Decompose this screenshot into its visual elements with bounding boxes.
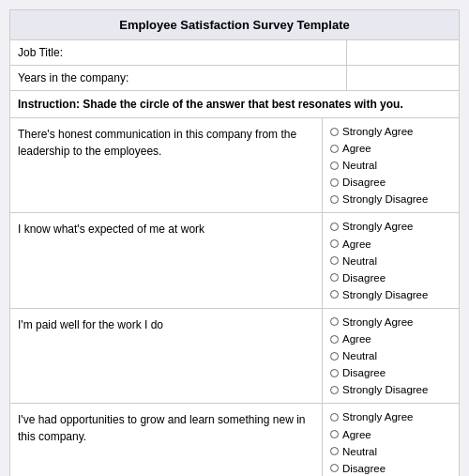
option-item-1-0[interactable]: Strongly Agree: [330, 219, 451, 234]
option-item-0-1[interactable]: Agree: [330, 141, 451, 156]
job-title-value[interactable]: [346, 40, 459, 65]
option-item-3-1[interactable]: Agree: [330, 427, 451, 442]
question-text-0: There's honest communication in this com…: [10, 118, 323, 212]
option-item-1-1[interactable]: Agree: [330, 237, 451, 252]
option-item-1-2[interactable]: Neutral: [330, 253, 451, 269]
option-item-1-3[interactable]: Disagree: [330, 270, 451, 285]
options-col-0: Strongly AgreeAgreeNeutralDisagreeStrong…: [323, 118, 459, 212]
radio-circle-2-4[interactable]: [330, 386, 339, 394]
option-label-0-4: Strongly Disagree: [342, 192, 428, 207]
radio-circle-3-3[interactable]: [330, 464, 339, 472]
radio-circle-0-2[interactable]: [330, 161, 339, 170]
option-item-2-3[interactable]: Disagree: [330, 365, 451, 380]
radio-circle-0-4[interactable]: [330, 195, 339, 204]
option-label-3-1: Agree: [342, 427, 371, 442]
radio-circle-1-2[interactable]: [330, 256, 339, 265]
option-label-2-2: Neutral: [342, 348, 377, 363]
radio-circle-0-0[interactable]: [330, 128, 339, 136]
survey-title: Employee Satisfaction Survey Template: [10, 10, 459, 40]
option-item-1-4[interactable]: Strongly Disagree: [330, 287, 451, 302]
option-item-3-0[interactable]: Strongly Agree: [330, 409, 451, 424]
option-label-0-0: Strongly Agree: [342, 124, 413, 139]
question-row-3: I've had opportunities to grow and learn…: [10, 404, 459, 476]
option-label-3-0: Strongly Agree: [342, 409, 413, 424]
option-label-1-1: Agree: [342, 237, 371, 252]
question-row-1: I know what's expected of me at workStro…: [10, 213, 459, 308]
option-label-1-2: Neutral: [342, 253, 377, 269]
option-label-0-2: Neutral: [342, 158, 377, 173]
radio-circle-1-1[interactable]: [330, 239, 339, 248]
years-row: Years in the company:: [10, 66, 459, 91]
option-label-2-4: Strongly Disagree: [342, 382, 428, 397]
radio-circle-0-3[interactable]: [330, 178, 339, 187]
option-label-3-2: Neutral: [342, 444, 377, 459]
options-col-3: Strongly AgreeAgreeNeutralDisagreeStrong…: [323, 404, 459, 476]
radio-circle-3-2[interactable]: [330, 447, 339, 455]
questions-container: There's honest communication in this com…: [10, 118, 459, 476]
option-label-2-0: Strongly Agree: [342, 315, 413, 330]
option-label-1-3: Disagree: [342, 270, 386, 285]
option-item-0-2[interactable]: Neutral: [330, 158, 451, 173]
option-item-2-4[interactable]: Strongly Disagree: [330, 382, 451, 397]
option-label-3-3: Disagree: [342, 461, 386, 476]
option-item-0-0[interactable]: Strongly Agree: [330, 124, 451, 139]
option-label-0-1: Agree: [342, 141, 371, 156]
years-label: Years in the company:: [10, 66, 346, 90]
instruction: Instruction: Shade the circle of the ans…: [10, 91, 459, 118]
options-col-1: Strongly AgreeAgreeNeutralDisagreeStrong…: [323, 213, 459, 307]
option-label-2-3: Disagree: [342, 365, 386, 380]
option-item-0-3[interactable]: Disagree: [330, 175, 451, 190]
option-item-3-3[interactable]: Disagree: [330, 461, 451, 476]
question-row-2: I'm paid well for the work I doStrongly …: [10, 309, 459, 404]
radio-circle-2-1[interactable]: [330, 335, 339, 344]
option-item-2-1[interactable]: Agree: [330, 331, 451, 346]
radio-circle-2-2[interactable]: [330, 352, 339, 361]
radio-circle-1-3[interactable]: [330, 273, 339, 282]
job-title-label: Job Title:: [10, 40, 346, 65]
radio-circle-1-4[interactable]: [330, 290, 339, 299]
question-text-2: I'm paid well for the work I do: [10, 309, 323, 403]
radio-circle-3-1[interactable]: [330, 430, 339, 438]
options-col-2: Strongly AgreeAgreeNeutralDisagreeStrong…: [323, 309, 459, 403]
question-row-0: There's honest communication in this com…: [10, 118, 459, 213]
option-item-3-2[interactable]: Neutral: [330, 444, 451, 459]
option-label-1-0: Strongly Agree: [342, 219, 413, 234]
option-label-1-4: Strongly Disagree: [342, 287, 428, 302]
question-text-1: I know what's expected of me at work: [10, 213, 323, 307]
radio-circle-2-3[interactable]: [330, 369, 339, 377]
years-value[interactable]: [346, 66, 459, 90]
radio-circle-1-0[interactable]: [330, 223, 339, 231]
radio-circle-0-1[interactable]: [330, 145, 339, 153]
option-label-2-1: Agree: [342, 331, 371, 346]
survey-container: Employee Satisfaction Survey Template Jo…: [9, 9, 460, 476]
option-item-2-0[interactable]: Strongly Agree: [330, 315, 451, 330]
radio-circle-2-0[interactable]: [330, 317, 339, 326]
option-item-0-4[interactable]: Strongly Disagree: [330, 192, 451, 207]
option-label-0-3: Disagree: [342, 175, 386, 190]
question-text-3: I've had opportunities to grow and learn…: [10, 404, 323, 476]
option-item-2-2[interactable]: Neutral: [330, 348, 451, 363]
radio-circle-3-0[interactable]: [330, 413, 339, 422]
job-title-row: Job Title:: [10, 40, 459, 66]
